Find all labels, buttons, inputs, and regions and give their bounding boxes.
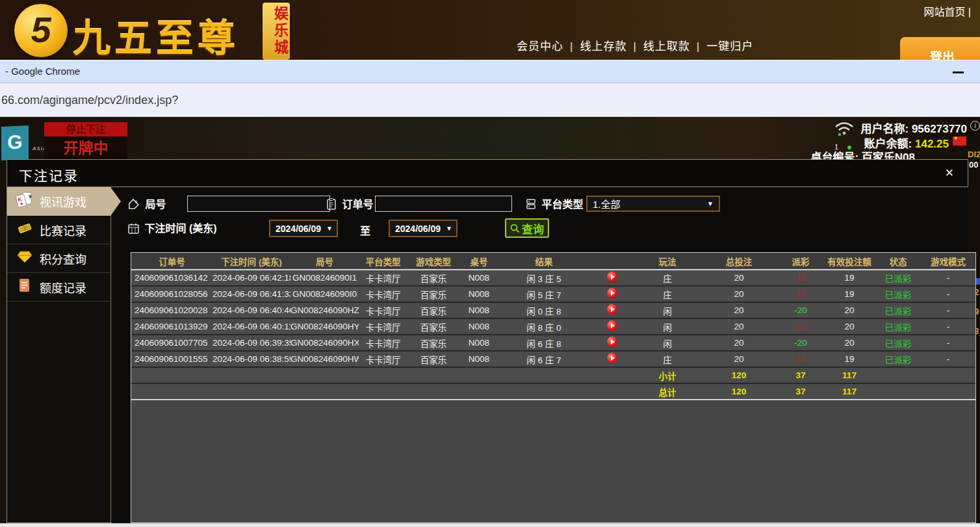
column-header: 桌号: [459, 253, 498, 270]
brand-ribbon: 娱乐城: [263, 3, 290, 60]
cell: -20: [778, 302, 823, 318]
info-icon[interactable]: i: [970, 121, 980, 131]
cell: [589, 270, 635, 286]
order-label: 订单号: [342, 199, 373, 210]
cell: 240609061013929: [131, 318, 213, 335]
diamond-icon: [15, 250, 34, 266]
summary-cell: 37: [778, 367, 823, 383]
chevron-down-icon: ▼: [326, 225, 333, 232]
bet-time-label: 下注时间 (美东): [144, 223, 216, 234]
column-header: 有效投注额: [823, 253, 875, 270]
cell: 已派彩: [875, 351, 921, 367]
cell: 百家乐: [407, 286, 459, 302]
cell: 19: [778, 270, 823, 286]
user-name-label: 用户名称:: [861, 123, 909, 135]
search-icon: [510, 224, 520, 233]
platform-select[interactable]: 1.全部 ▼: [586, 196, 720, 212]
column-header: 下注时间 (美东): [213, 253, 290, 270]
cell: 卡卡湾厅: [359, 302, 407, 318]
summary-cell: 120: [700, 367, 778, 383]
summary-cell: 117: [823, 367, 875, 383]
bet-records-table: 订单号下注时间 (美东)局号平台类型游戏类型桌号结果玩法总投注派彩有效投注额状态…: [131, 252, 976, 523]
play-video-icon[interactable]: [607, 272, 617, 282]
cell: 卡卡湾厅: [359, 318, 407, 335]
cell: 闲 8 庄 0: [498, 318, 589, 335]
cell: 卡卡湾厅: [359, 270, 407, 286]
cell: 闲 5 庄 7: [498, 286, 589, 302]
cell: 20: [700, 351, 778, 367]
cell: 240609061028056: [131, 286, 213, 302]
date-to-select[interactable]: 2024/06/09 ▼: [389, 220, 458, 237]
summary-cell: [875, 367, 921, 383]
cell: 卡卡湾厅: [359, 286, 407, 302]
cell: 闲: [635, 335, 700, 351]
chevron-down-icon: ▼: [707, 200, 714, 207]
summary-cell: 37: [778, 383, 823, 400]
nav-item[interactable]: 线上存款: [580, 40, 626, 53]
summary-cell: [131, 367, 213, 383]
order-input[interactable]: [375, 196, 512, 212]
cell: N008: [459, 302, 498, 318]
cell: 20: [823, 302, 875, 318]
column-header: 派彩: [778, 253, 823, 270]
url-bar: 66.com/agingame/pcv2/index.jsp?: [0, 83, 980, 117]
tab-match-records[interactable]: 比赛记录: [7, 216, 110, 244]
cell: 20: [778, 318, 823, 335]
cell: [589, 335, 635, 351]
logout-button[interactable]: 登出: [900, 37, 980, 60]
summary-cell: [359, 383, 407, 400]
nav-item[interactable]: 会员中心: [517, 40, 563, 53]
window-titlebar: - Google Chrome: [0, 60, 980, 83]
brand-logo-icon: 5: [14, 4, 68, 57]
close-icon[interactable]: ×: [942, 165, 957, 181]
bet-records-dialog: 下注记录 × 9 K ♥: [6, 159, 968, 523]
query-button[interactable]: 查询: [505, 218, 549, 238]
cell: -: [921, 302, 975, 318]
china-flag-icon: ★: [953, 136, 966, 146]
cell: 闲 3 庄 5: [498, 270, 589, 286]
tab-credit-records[interactable]: 额度记录: [7, 273, 110, 302]
tab-label: 额度记录: [40, 279, 86, 296]
brand-title: 九五至尊: [73, 8, 239, 60]
user-name-line: 用户名称: 956273770: [861, 120, 968, 136]
summary-cell: [459, 367, 498, 383]
cell: 2024-06-09 06:40:11: [213, 318, 290, 335]
nav-item[interactable]: 线上取款: [643, 40, 690, 53]
play-video-icon[interactable]: [607, 288, 617, 298]
tag-icon: [128, 198, 140, 210]
date-from-select[interactable]: 2024/06/09 ▼: [269, 220, 338, 237]
svg-text:9: 9: [29, 194, 32, 199]
cell: 卡卡湾厅: [359, 351, 407, 367]
cell: [589, 351, 635, 367]
summary-cell: [213, 383, 290, 400]
summary-cell: [359, 367, 407, 383]
table-row: 2406090610077052024-06-09 06:39:35GN0082…: [131, 335, 975, 351]
play-video-icon[interactable]: [607, 320, 617, 331]
minimize-icon[interactable]: [953, 71, 964, 73]
column-header: 订单号: [131, 253, 213, 270]
summary-cell: [498, 367, 589, 383]
table-row: 2406090610361422024-06-09 06:42:18GN0082…: [131, 270, 975, 286]
summary-cell: 总计: [635, 383, 700, 400]
cell: 2024-06-09 06:41:33: [213, 286, 290, 302]
url-text[interactable]: 66.com/agingame/pcv2/index.jsp?: [1, 94, 178, 107]
play-video-icon[interactable]: [607, 304, 617, 315]
tab-video-games[interactable]: 9 K ♥ 视讯游戏: [7, 187, 110, 216]
tab-points-query[interactable]: 积分查询: [7, 244, 110, 273]
cell: 已派彩: [875, 286, 921, 302]
cell: 20: [700, 335, 778, 351]
play-video-icon[interactable]: [607, 353, 617, 363]
nav-item[interactable]: 一键归户: [706, 40, 753, 53]
site-header: 5 九五至尊 娱乐城 网站首页 | 会员中心|线上存款|线上取款|一键归户 登出: [0, 0, 980, 60]
cell: 百家乐: [407, 351, 459, 367]
cell: -: [921, 270, 975, 286]
screen: 5 九五至尊 娱乐城 网站首页 | 会员中心|线上存款|线上取款|一键归户 登出…: [0, 0, 980, 527]
round-input[interactable]: [187, 196, 330, 212]
round-label: 局号: [145, 199, 166, 210]
home-link[interactable]: 网站首页 |: [923, 3, 971, 19]
nav-separator: |: [563, 40, 580, 53]
tab-label: 视讯游戏: [40, 193, 86, 210]
main-nav: 会员中心|线上存款|线上取款|一键归户: [517, 37, 753, 53]
asia-gaming-logo-icon: G: [1, 125, 29, 161]
play-video-icon[interactable]: [607, 337, 617, 347]
